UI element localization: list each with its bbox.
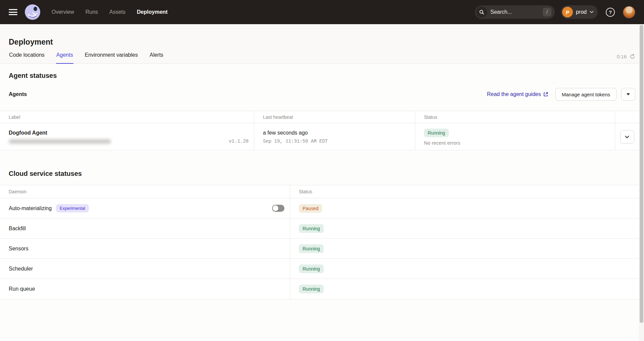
cloud-table-body: Auto-materializingExperimentalPausedBack… bbox=[0, 198, 639, 299]
agents-subheading: Agents bbox=[9, 91, 27, 97]
tab-alerts[interactable]: Alerts bbox=[149, 48, 164, 64]
daemon-row-run-queue: Run queueRunning bbox=[0, 279, 639, 299]
scrollbar-track[interactable] bbox=[639, 24, 644, 341]
caret-down-icon bbox=[627, 93, 630, 95]
nav-item-deployment[interactable]: Deployment bbox=[137, 9, 168, 15]
tabs-holder: Code locationsAgentsEnvironment variable… bbox=[9, 48, 164, 63]
agents-more-actions-button[interactable] bbox=[621, 88, 635, 101]
nav-item-runs[interactable]: Runs bbox=[86, 9, 98, 15]
heartbeat-relative: a few seconds ago bbox=[263, 130, 308, 136]
col-header-status: Status bbox=[415, 111, 615, 123]
daemon-name: Scheduler bbox=[9, 266, 33, 272]
tabs-row: Code locationsAgentsEnvironment variable… bbox=[0, 48, 644, 64]
refresh-area: 0:16 bbox=[617, 54, 635, 63]
top-nav: OverviewRunsAssetsDeployment Search... /… bbox=[0, 0, 644, 24]
agents-toolbar: Agents Read the agent guides Manage agen… bbox=[0, 88, 644, 101]
manage-agent-tokens-button[interactable]: Manage agent tokens bbox=[555, 88, 616, 101]
search-input[interactable]: Search... / bbox=[475, 5, 555, 19]
experimental-badge: Experimental bbox=[56, 204, 89, 212]
scrollbar-thumb[interactable] bbox=[640, 25, 643, 323]
hamburger-menu-icon[interactable] bbox=[9, 9, 17, 15]
daemon-status-badge: Running bbox=[299, 264, 324, 273]
tab-environment-variables[interactable]: Environment variables bbox=[85, 48, 138, 64]
search-icon bbox=[476, 7, 487, 17]
agents-table-header: Label Last heartbeat Status bbox=[0, 111, 639, 123]
daemon-status-badge: Running bbox=[299, 285, 324, 293]
page-header: Deployment Code locationsAgentsEnvironme… bbox=[0, 24, 644, 64]
org-switcher[interactable]: P prod bbox=[561, 5, 598, 19]
col-header-actions bbox=[615, 111, 639, 123]
cloud-services-table: Daemon Status Auto-materializingExperime… bbox=[0, 185, 639, 299]
agent-guides-link-label: Read the agent guides bbox=[487, 91, 541, 97]
col-header-daemon-status: Status bbox=[290, 185, 639, 198]
daemon-name: Backfill bbox=[9, 226, 26, 232]
user-avatar[interactable] bbox=[623, 6, 635, 18]
chevron-down-icon bbox=[590, 11, 594, 13]
page-title: Deployment bbox=[0, 24, 644, 48]
agent-name[interactable]: Dogfood Agent bbox=[9, 130, 47, 136]
org-avatar: P bbox=[562, 7, 573, 17]
nav-item-overview[interactable]: Overview bbox=[52, 9, 74, 15]
agent-id-redacted bbox=[9, 139, 111, 144]
agent-row: Dogfood Agent v1.1.20 a few seconds ago … bbox=[0, 123, 639, 150]
tab-code-locations[interactable]: Code locations bbox=[9, 48, 45, 64]
nav-item-assets[interactable]: Assets bbox=[109, 9, 125, 15]
agent-status-note: No recent errors bbox=[424, 140, 460, 146]
external-link-icon bbox=[543, 92, 548, 97]
auto-materializing-toggle[interactable] bbox=[272, 205, 284, 212]
cloud-service-statuses-heading: Cloud service statuses bbox=[0, 170, 644, 178]
col-header-label: Label bbox=[0, 111, 254, 123]
search-placeholder: Search... bbox=[490, 9, 539, 15]
refresh-countdown: 0:16 bbox=[617, 54, 627, 59]
org-name: prod bbox=[576, 9, 587, 15]
daemon-status-badge: Running bbox=[299, 244, 324, 253]
agents-table: Label Last heartbeat Status Dogfood Agen… bbox=[0, 111, 639, 150]
daemon-row-auto-materializing: Auto-materializingExperimentalPaused bbox=[0, 198, 639, 218]
logo-swirl bbox=[25, 4, 40, 20]
agent-status-badge: Running bbox=[424, 129, 449, 137]
agent-row-expand-button[interactable] bbox=[620, 130, 634, 144]
chevron-down-icon bbox=[625, 136, 629, 138]
daemon-name: Run queue bbox=[9, 286, 35, 292]
refresh-icon[interactable] bbox=[630, 54, 635, 59]
dagster-logo-icon[interactable] bbox=[25, 4, 40, 20]
primary-nav: OverviewRunsAssetsDeployment bbox=[52, 9, 168, 15]
agent-version: v1.1.20 bbox=[229, 139, 249, 144]
col-header-last-heartbeat: Last heartbeat bbox=[254, 111, 415, 123]
daemon-name: Sensors bbox=[9, 246, 29, 252]
daemon-status-badge: Paused bbox=[299, 204, 322, 213]
search-shortcut-key: / bbox=[543, 8, 551, 16]
daemon-name: Auto-materializing bbox=[9, 205, 52, 211]
col-header-daemon: Daemon bbox=[0, 185, 290, 198]
cloud-table-header: Daemon Status bbox=[0, 185, 639, 198]
agent-statuses-heading: Agent statuses bbox=[0, 72, 644, 80]
help-icon[interactable]: ? bbox=[606, 8, 615, 17]
daemon-status-badge: Running bbox=[299, 224, 324, 233]
agent-guides-link[interactable]: Read the agent guides bbox=[487, 91, 548, 97]
heartbeat-timestamp: Sep 19, 11:31:59 AM EDT bbox=[263, 139, 328, 144]
tab-agents[interactable]: Agents bbox=[56, 48, 73, 64]
daemon-row-backfill: BackfillRunning bbox=[0, 218, 639, 239]
daemon-row-sensors: SensorsRunning bbox=[0, 239, 639, 259]
daemon-row-scheduler: SchedulerRunning bbox=[0, 259, 639, 279]
main-content: Agent statuses Agents Read the agent gui… bbox=[0, 72, 644, 299]
